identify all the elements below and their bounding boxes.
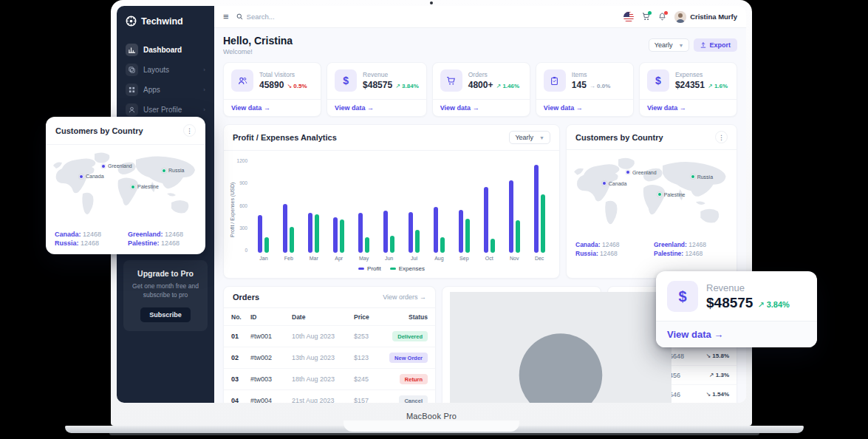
upgrade-description: Get one month free and subscribe to pro bbox=[131, 282, 200, 300]
world-map: Canada Greenland Russia Palestine bbox=[573, 154, 731, 234]
topbar-actions: Cristina Murfy bbox=[623, 11, 737, 23]
bar-group-may: May bbox=[352, 158, 377, 261]
brand[interactable]: Techwind bbox=[117, 6, 214, 34]
stat-card-total-visitors: Total Visitors 45890 ↘ 0.5% View data → bbox=[223, 62, 321, 117]
map-marker-greenland[interactable]: Greenland bbox=[626, 170, 657, 175]
bar-group-mar: Mar bbox=[301, 158, 327, 261]
greeting-row: Hello, Cristina Welcome! Yearly ▼ Export bbox=[223, 35, 737, 55]
user-icon bbox=[126, 103, 138, 116]
view-data-link[interactable]: View data → bbox=[224, 99, 321, 116]
floating-revenue-card: $ Revenue $48575 ↗ 3.84% View data → bbox=[656, 271, 817, 347]
dashboard-icon bbox=[126, 44, 138, 56]
orders-table-header: No. ID Date Price Status bbox=[224, 308, 435, 325]
chevron-right-icon: › bbox=[203, 106, 205, 113]
bar-profit-dec bbox=[534, 165, 539, 253]
hamburger-menu-icon[interactable]: ≡ bbox=[223, 12, 229, 21]
x-tick: Jun bbox=[385, 256, 393, 261]
world-map: Canada Greenland Russia Palestine bbox=[52, 149, 199, 223]
y-tick: 1200 bbox=[236, 158, 247, 163]
change-badge: ↗ 1.46% bbox=[496, 83, 519, 89]
search-icon bbox=[236, 13, 243, 20]
status-badge: New Order bbox=[389, 353, 428, 363]
view-data-link[interactable]: View data → bbox=[327, 99, 426, 116]
map-marker-palestine[interactable]: Palestine bbox=[131, 184, 159, 189]
bar-profit-nov bbox=[509, 180, 513, 253]
map-marker-russia[interactable]: Russia bbox=[162, 168, 184, 173]
techwind-logo-icon bbox=[126, 16, 137, 27]
customers-by-country-card: Customers by Country ⋮ bbox=[566, 124, 737, 279]
screen: Techwind Dashboard Layouts › bbox=[117, 6, 746, 403]
chevron-down-icon: ▼ bbox=[539, 135, 544, 140]
bar-expenses-mar bbox=[315, 214, 319, 253]
map-marker-palestine[interactable]: Palestine bbox=[657, 192, 686, 197]
y-tick: 600 bbox=[236, 203, 247, 208]
x-tick: Jan bbox=[259, 256, 267, 261]
bar-expenses-aug bbox=[440, 237, 445, 253]
bar-expenses-feb bbox=[290, 227, 294, 253]
map-marker-russia[interactable]: Russia bbox=[691, 174, 713, 180]
bar-profit-sep bbox=[459, 210, 463, 253]
map-marker-canada[interactable]: Canada bbox=[79, 174, 104, 179]
view-data-link[interactable]: View data → bbox=[656, 321, 817, 347]
view-orders-link[interactable]: View orders → bbox=[383, 293, 426, 301]
x-tick: Feb bbox=[284, 256, 293, 261]
x-tick: Oct bbox=[485, 256, 493, 261]
sidebar-item-layouts[interactable]: Layouts › bbox=[117, 60, 214, 80]
order-row[interactable]: 03#tw00318th Aug 2023$245Return bbox=[224, 368, 435, 389]
kebab-menu-icon[interactable]: ⋮ bbox=[183, 124, 196, 137]
language-flag-icon[interactable] bbox=[623, 12, 634, 22]
page-subtitle: Welcome! bbox=[223, 48, 293, 55]
dollar-icon: $ bbox=[667, 281, 698, 312]
macbook-frame: Techwind Dashboard Layouts › bbox=[111, 0, 752, 426]
kebab-menu-icon[interactable]: ⋮ bbox=[715, 131, 728, 143]
sidebar-item-apps[interactable]: Apps › bbox=[117, 80, 214, 100]
chart-plot-area: JanFebMarAprMayJunJulAugSepOctNovDec bbox=[251, 158, 552, 261]
y-tick: 900 bbox=[236, 180, 247, 186]
bar-group-apr: Apr bbox=[327, 158, 352, 261]
bar-group-jul: Jul bbox=[402, 158, 427, 261]
chart-legend: Profit Expenses bbox=[224, 262, 559, 278]
user-menu[interactable]: Cristina Murfy bbox=[674, 11, 737, 23]
notifications-button[interactable] bbox=[658, 13, 666, 21]
stat-card-items: Items 145 → 0.0% View data → bbox=[536, 62, 634, 117]
subscribe-button[interactable]: Subscribe bbox=[140, 307, 191, 322]
status-badge: Delivered bbox=[392, 331, 428, 341]
map-marker-canada[interactable]: Canada bbox=[602, 181, 627, 186]
bar-group-sep: Sep bbox=[451, 158, 476, 261]
export-button[interactable]: Export bbox=[694, 38, 737, 52]
export-icon bbox=[700, 42, 706, 48]
floating-customers-card: Customers by Country ⋮ Canada bbox=[46, 117, 205, 254]
change-badge: → 0.0% bbox=[590, 83, 610, 89]
sidebar-item-dashboard[interactable]: Dashboard bbox=[117, 40, 214, 60]
topbar: ≡ bbox=[214, 6, 746, 28]
order-row[interactable]: 02#tw00213th Aug 2023$123New Order bbox=[224, 347, 435, 368]
order-row[interactable]: 04#tw00421st Aug 2023$157Cancel bbox=[224, 389, 435, 403]
chat-card: Calvin Carlo Online ⋮ Hey bbox=[442, 286, 601, 403]
view-data-link[interactable]: View data → bbox=[536, 99, 633, 116]
stat-card-expenses: $ Expenses $24351 ↗ 1.6% View data → bbox=[639, 62, 737, 117]
stat-card-revenue: $ Revenue $48575 ↗ 3.84% View data → bbox=[327, 62, 427, 117]
view-data-link[interactable]: View data → bbox=[640, 99, 737, 116]
period-select[interactable]: Yearly ▼ bbox=[649, 38, 690, 52]
users-icon bbox=[231, 69, 253, 92]
analytics-title: Profit / Expenses Analytics bbox=[233, 133, 337, 142]
cart-button[interactable] bbox=[642, 13, 650, 21]
x-tick: Aug bbox=[434, 256, 443, 261]
macbook-hinge-notch bbox=[344, 421, 519, 432]
view-data-link[interactable]: View data → bbox=[433, 99, 530, 116]
search-input[interactable] bbox=[247, 13, 335, 21]
analytics-period-select[interactable]: Yearly ▼ bbox=[509, 131, 550, 144]
bar-profit-mar bbox=[308, 213, 312, 253]
bar-group-jun: Jun bbox=[377, 158, 402, 261]
cart-notification-dot bbox=[648, 11, 652, 15]
bar-profit-apr bbox=[333, 217, 338, 253]
bar-profit-aug bbox=[434, 207, 438, 253]
layers-icon bbox=[126, 64, 138, 76]
bar-profit-jan bbox=[258, 215, 262, 253]
profit-expenses-chart: Profit / Expenses (USD) 12009006003000 J… bbox=[224, 151, 559, 262]
search-box bbox=[236, 13, 347, 21]
map-marker-greenland[interactable]: Greenland bbox=[101, 163, 132, 169]
webcam-dot bbox=[430, 1, 433, 4]
order-row[interactable]: 01#tw00110th Aug 2023$253Delivered bbox=[224, 325, 435, 347]
change-badge: ↗ 3.84% bbox=[395, 83, 419, 89]
